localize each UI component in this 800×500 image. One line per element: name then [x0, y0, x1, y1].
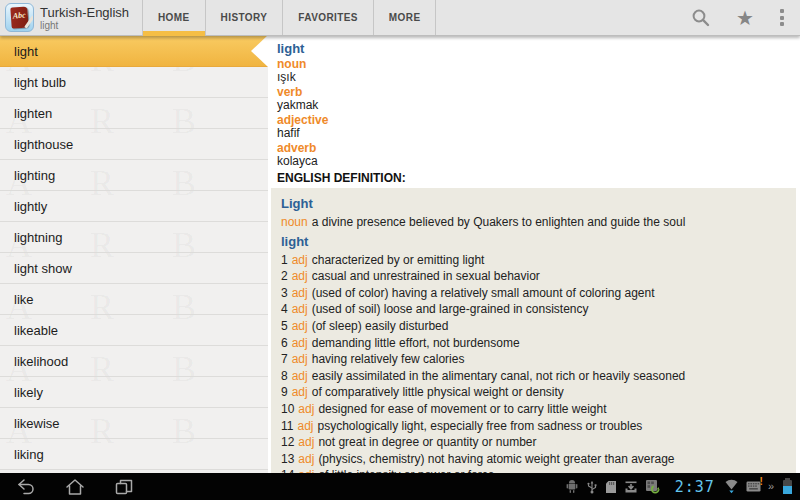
main-content: ARBARBARBARBARBARBARB light light bulb l…	[0, 36, 800, 473]
word-list-item[interactable]: lighten	[0, 98, 268, 129]
definition-sense: 14adjof little intensity or power or for…	[279, 467, 788, 473]
clock[interactable]: 2:37	[675, 478, 715, 496]
definition-sense: 13adj(physics, chemistry) not having ato…	[279, 451, 788, 468]
definition-sense: 11adjpsychologically light, especially f…	[279, 418, 788, 435]
tab-more[interactable]: MORE	[374, 0, 437, 35]
word-label: like	[14, 292, 34, 307]
word-list-item-selected[interactable]: light	[0, 36, 268, 67]
translation: yakmak	[268, 99, 800, 113]
english-definition-heading: ENGLISH DEFINITION:	[268, 169, 800, 188]
usb-connected-icon	[586, 480, 598, 494]
word-list-item[interactable]: lighthouse	[0, 129, 268, 160]
definition-sense: 8adjeasily assimilated in the alimentary…	[279, 368, 788, 385]
word-label: light bulb	[14, 75, 66, 90]
home-button-icon[interactable]	[65, 478, 85, 496]
word-label: likely	[14, 385, 43, 400]
expand-chevrons-icon[interactable]: »	[768, 481, 774, 492]
entry-headword: light	[268, 39, 800, 57]
word-list-item[interactable]: liking	[0, 439, 268, 470]
usb-debugging-android-icon	[565, 480, 579, 494]
word-label: light show	[14, 261, 72, 276]
word-list-item[interactable]: likelihood	[0, 346, 268, 377]
action-bar: Abc Turkish-English light HOME HISTORY F…	[0, 0, 800, 36]
translation: kolayca	[268, 155, 800, 169]
install-download-icon	[624, 480, 638, 494]
word-list-item[interactable]: likewise	[0, 408, 268, 439]
system-bar: 2:37 ! »	[0, 473, 800, 500]
word-list-item[interactable]: like	[0, 284, 268, 315]
sd-card-icon	[605, 480, 617, 494]
keyboard-status-icon: !	[746, 481, 761, 492]
word-label: likelihood	[14, 354, 68, 369]
word-label: lighthouse	[14, 137, 73, 152]
tab-favorites[interactable]: FAVORITES	[283, 0, 374, 35]
pos-label: noun	[268, 57, 800, 71]
battery-icon	[783, 480, 792, 494]
word-label: lighting	[14, 168, 55, 183]
title-block: Turkish-English light	[40, 0, 136, 35]
definition-sense: 3adj(used of color) having a relatively …	[279, 285, 788, 302]
tab-home[interactable]: HOME	[142, 0, 206, 35]
definition-sense: 5adj(of sleep) easily disturbed	[279, 318, 788, 335]
word-list-item[interactable]: lightly	[0, 191, 268, 222]
word-label: likewise	[14, 416, 60, 431]
app-title: Turkish-English	[40, 5, 136, 20]
word-list-item[interactable]: likeable	[0, 315, 268, 346]
definition-pane: light noun ışık verb yakmak adjective ha…	[268, 36, 800, 473]
definition-sense: 2adjcasual and unrestrained in sexual be…	[279, 268, 788, 285]
definition-sense: 7adjhaving relatively few calories	[279, 351, 788, 368]
tab-home-label: HOME	[158, 12, 190, 23]
tab-bar: HOME HISTORY FAVORITES MORE	[142, 0, 436, 35]
search-icon[interactable]	[691, 8, 710, 27]
definition-sense: 12adjnot great in degree or quantity or …	[279, 434, 788, 451]
definition-sense: nouna divine presence believed by Quaker…	[279, 214, 788, 231]
word-list-item[interactable]: lighting	[0, 160, 268, 191]
word-list-item[interactable]: likely	[0, 377, 268, 408]
definition-sense: 1adjcharacterized by or emitting light	[279, 252, 788, 269]
definition-sense: 10adjdesigned for ease of movement or to…	[279, 401, 788, 418]
back-button-icon[interactable]	[16, 478, 36, 496]
wifi-status-icon	[724, 479, 739, 494]
tab-more-label: MORE	[389, 12, 421, 23]
app-update-refresh-icon	[645, 479, 660, 494]
app-icon[interactable]: Abc	[5, 3, 34, 32]
word-list-item[interactable]: lightning	[0, 222, 268, 253]
pos-label: adjective	[268, 113, 800, 127]
word-label: light	[14, 44, 38, 59]
word-list-item[interactable]: light show	[0, 253, 268, 284]
tab-favorites-label: FAVORITES	[298, 12, 358, 23]
keyboard-warning-icon: !	[760, 476, 763, 487]
word-list: ARBARBARBARBARBARBARB light light bulb l…	[0, 36, 268, 473]
word-list-item[interactable]: light bulb	[0, 67, 268, 98]
action-buttons: ★	[691, 0, 800, 35]
word-label: lightning	[14, 230, 62, 245]
translation: ışık	[268, 71, 800, 85]
definition-headword: light	[279, 231, 788, 252]
word-label: lighten	[14, 106, 52, 121]
word-label: likeable	[14, 323, 58, 338]
definition-headword: Light	[279, 193, 788, 214]
overflow-menu-icon[interactable]	[780, 9, 784, 26]
tab-history-label: HISTORY	[221, 12, 268, 23]
definition-sense: 9adjof comparatively little physical wei…	[279, 384, 788, 401]
pos-label: adverb	[268, 141, 800, 155]
tab-history[interactable]: HISTORY	[206, 0, 284, 35]
navigation-keys	[0, 478, 134, 496]
definition-sense: 6adjdemanding little effort, not burdens…	[279, 335, 788, 352]
app-screen: Abc Turkish-English light HOME HISTORY F…	[0, 0, 800, 500]
pos-label: verb	[268, 85, 800, 99]
status-tray[interactable]: 2:37 ! »	[565, 478, 800, 496]
word-label: liking	[14, 447, 44, 462]
favorite-star-icon[interactable]: ★	[736, 8, 754, 28]
english-definition-box: Light nouna divine presence believed by …	[271, 188, 796, 473]
word-label: lightly	[14, 199, 47, 214]
recent-apps-button-icon[interactable]	[114, 478, 134, 496]
definition-sense: 4adj(used of soil) loose and large-grain…	[279, 301, 788, 318]
translation: hafif	[268, 127, 800, 141]
app-subtitle: light	[40, 20, 136, 31]
